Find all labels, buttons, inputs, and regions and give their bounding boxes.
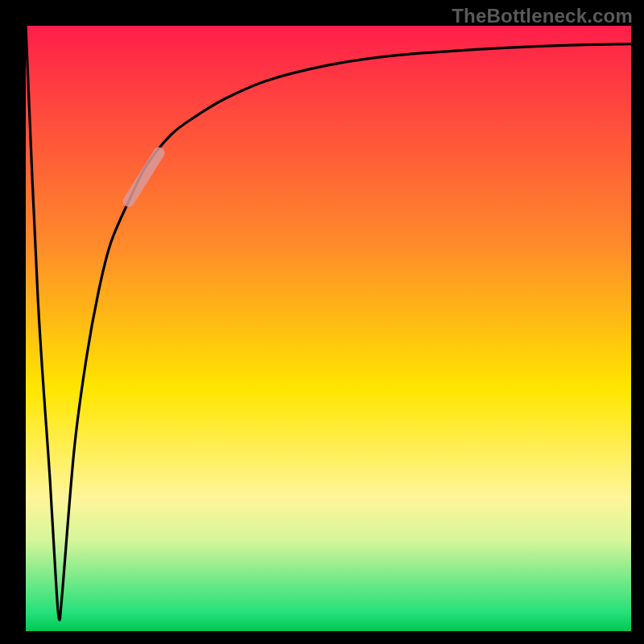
watermark-text: TheBottleneck.com	[452, 5, 633, 27]
chart-frame: TheBottleneck.com	[0, 0, 644, 644]
chart-svg	[26, 26, 631, 631]
gradient-background	[26, 26, 631, 631]
plot-area	[26, 26, 631, 631]
